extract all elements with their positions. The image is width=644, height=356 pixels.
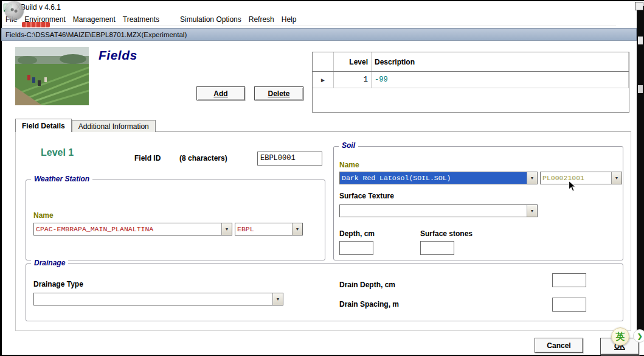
drainage-type-value — [34, 293, 272, 305]
drainage-type-combo[interactable]: ▼ — [33, 293, 283, 305]
level-title: Level 1 — [41, 147, 74, 158]
field-id-label: Field ID — [134, 154, 161, 162]
drainage-type-label: Drainage Type — [33, 280, 83, 288]
levels-grid: Level Description ► 1 -99 — [312, 52, 629, 113]
background-strip-mark — [638, 37, 643, 44]
soil-name-label: Name — [339, 161, 359, 169]
surface-texture-label: Surface Texture — [339, 192, 394, 200]
chevron-right-icon: ❯ — [637, 332, 642, 340]
weather-station-combo[interactable]: CPAC-EMBRAPA_MAIN_PLANALTINA ▼ — [33, 223, 232, 236]
dropdown-arrow-icon[interactable]: ▼ — [527, 205, 537, 217]
tab-strip: Field Details Additional Information — [15, 119, 156, 132]
add-button-label: Add — [213, 89, 227, 98]
drainage-group-title: Drainage — [31, 259, 68, 267]
menu-management[interactable]: Management — [69, 15, 119, 24]
dropdown-arrow-icon[interactable]: ▼ — [221, 223, 232, 235]
weather-station-group: Weather Station — [26, 180, 325, 260]
weather-station-combo-value: CPAC-EMBRAPA_MAIN_PLANALTINA — [34, 223, 221, 235]
grid-header-row: Level Description — [313, 52, 629, 72]
depth-label: Depth, cm — [339, 229, 375, 238]
menu-treatments[interactable]: Treatments — [119, 15, 163, 24]
dropdown-arrow-icon[interactable]: ▼ — [611, 172, 621, 184]
surface-texture-combo[interactable]: ▼ — [339, 204, 538, 217]
grid-cell-level: 1 — [334, 72, 372, 88]
ime-language-label: 英 — [616, 331, 625, 343]
watermark-logo — [5, 1, 24, 20]
weather-station-code-combo[interactable]: EBPL ▼ — [235, 223, 303, 236]
depth-input[interactable] — [339, 241, 373, 255]
document-caption: Fields-C:\DSSAT46\MAIZE\EBPL8701.MZX(Exp… — [5, 31, 187, 38]
document-caption-bar[interactable]: Fields-C:\DSSAT46\MAIZE\EBPL8701.MZX(Exp… — [1, 28, 637, 41]
soil-group-title: Soil — [339, 141, 358, 150]
drain-spacing-label: Drain Spacing, m — [339, 300, 399, 309]
delete-button-label: Delete — [268, 89, 289, 98]
surface-stones-label: Surface stones — [420, 229, 473, 238]
grid-corner-cell — [313, 52, 334, 71]
soil-group: Soil — [333, 146, 623, 260]
xbuild-window: XBuild v 4.6.1 File Environment Manageme… — [0, 0, 644, 356]
grid-cell-description: -99 — [372, 72, 629, 88]
weather-station-name-label: Name — [33, 211, 54, 220]
background-strip-mark — [638, 85, 643, 93]
dropdown-arrow-icon[interactable]: ▼ — [292, 223, 302, 235]
tab-field-details[interactable]: Field Details — [15, 119, 72, 132]
tab-additional-information[interactable]: Additional Information — [72, 120, 156, 132]
field-id-input[interactable]: EBPL0001 — [257, 152, 322, 166]
mouse-cursor — [568, 180, 577, 195]
dropdown-arrow-icon[interactable]: ▼ — [272, 293, 283, 305]
grid-row[interactable]: ► 1 -99 — [313, 72, 629, 88]
menu-bar: File Environment Management Treatments S… — [2, 13, 616, 26]
window-border-left — [0, 0, 2, 356]
grid-header-level: Level — [334, 52, 372, 71]
row-marker-icon: ► — [313, 72, 334, 88]
ime-expand-button[interactable]: ❯ — [633, 329, 644, 343]
weather-station-code-value: EBPL — [235, 223, 292, 235]
delete-button[interactable]: Delete — [254, 86, 303, 100]
field-photo — [15, 47, 89, 105]
soil-name-combo[interactable]: Dark Red Latosol(SOIL.SOL) ▼ — [339, 172, 538, 184]
grid-header-description: Description — [372, 52, 629, 71]
cancel-button-label: Cancel — [547, 341, 570, 350]
menu-refresh[interactable]: Refresh — [245, 15, 278, 24]
field-id-hint: (8 characters) — [179, 154, 227, 162]
drain-depth-input[interactable] — [552, 273, 586, 287]
ime-language-badge[interactable]: 英 — [611, 327, 629, 346]
background-window-strip — [637, 6, 644, 338]
drain-depth-label: Drain Depth, cm — [339, 281, 395, 289]
surface-stones-input[interactable] — [420, 241, 454, 255]
add-button[interactable]: Add — [196, 86, 245, 100]
soil-profile-id-combo[interactable]: PL00021001 ▼ — [540, 172, 622, 184]
menu-help[interactable]: Help — [278, 15, 300, 24]
dropdown-arrow-icon[interactable]: ▼ — [527, 172, 537, 184]
watermark-red-text — [22, 22, 50, 27]
weather-station-group-title: Weather Station — [31, 175, 92, 183]
background-window-control — [635, 2, 643, 10]
menu-simulation-options[interactable]: Simulation Options — [176, 15, 245, 24]
page-title: Fields — [99, 48, 137, 63]
soil-name-combo-value: Dark Red Latosol(SOIL.SOL) — [340, 172, 527, 184]
title-bar: XBuild v 4.6.1 — [2, 1, 634, 13]
drain-spacing-input[interactable] — [552, 298, 586, 312]
surface-texture-value — [340, 205, 527, 217]
cancel-button[interactable]: Cancel — [535, 338, 583, 353]
